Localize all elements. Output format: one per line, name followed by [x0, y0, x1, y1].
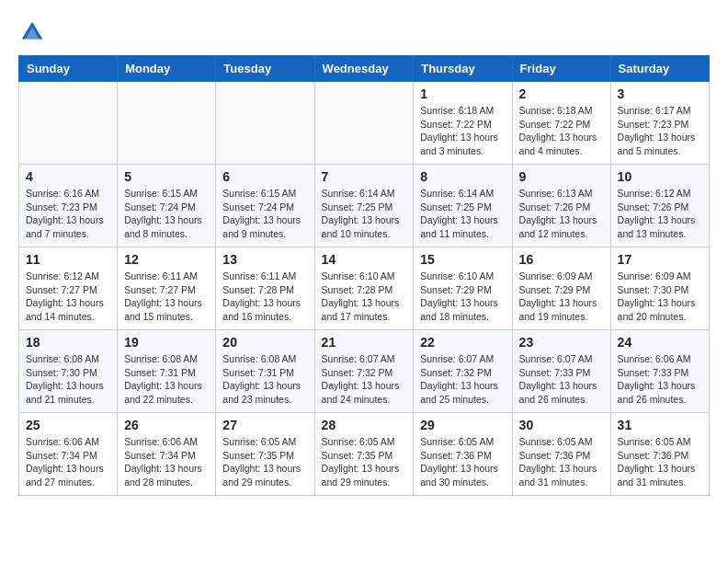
weekday-header-saturday: Saturday	[610, 56, 709, 82]
calendar-cell: 25Sunrise: 6:06 AM Sunset: 7:34 PM Dayli…	[19, 413, 118, 496]
calendar-cell: 27Sunrise: 6:05 AM Sunset: 7:35 PM Dayli…	[216, 413, 314, 496]
day-info: Sunrise: 6:10 AM Sunset: 7:29 PM Dayligh…	[420, 270, 505, 324]
day-info: Sunrise: 6:07 AM Sunset: 7:32 PM Dayligh…	[322, 352, 407, 407]
day-info: Sunrise: 6:05 AM Sunset: 7:36 PM Dayligh…	[618, 435, 702, 489]
day-number: 2	[519, 86, 604, 101]
weekday-header-thursday: Thursday	[414, 56, 512, 82]
calendar-cell: 30Sunrise: 6:05 AM Sunset: 7:36 PM Dayli…	[512, 413, 610, 496]
weekday-header-wednesday: Wednesday	[314, 56, 414, 82]
calendar-cell: 28Sunrise: 6:05 AM Sunset: 7:35 PM Dayli…	[314, 413, 414, 496]
day-info: Sunrise: 6:17 AM Sunset: 7:23 PM Dayligh…	[618, 104, 702, 158]
day-number: 16	[519, 252, 604, 267]
calendar-cell: 7Sunrise: 6:14 AM Sunset: 7:25 PM Daylig…	[314, 165, 414, 247]
day-info: Sunrise: 6:13 AM Sunset: 7:26 PM Dayligh…	[519, 187, 604, 241]
day-number: 9	[519, 169, 604, 184]
day-number: 6	[222, 169, 307, 184]
day-number: 3	[618, 86, 702, 101]
calendar-cell	[118, 82, 216, 165]
weekday-header-sunday: Sunday	[19, 56, 118, 82]
day-info: Sunrise: 6:11 AM Sunset: 7:27 PM Dayligh…	[124, 270, 209, 324]
page-header	[18, 18, 710, 46]
day-number: 17	[618, 252, 702, 267]
day-number: 31	[618, 418, 702, 432]
weekday-header-monday: Monday	[118, 56, 216, 82]
day-number: 29	[420, 418, 505, 432]
day-info: Sunrise: 6:18 AM Sunset: 7:22 PM Dayligh…	[519, 104, 604, 158]
day-info: Sunrise: 6:05 AM Sunset: 7:35 PM Dayligh…	[222, 435, 307, 489]
day-info: Sunrise: 6:11 AM Sunset: 7:28 PM Dayligh…	[222, 270, 307, 324]
calendar-cell	[314, 82, 414, 165]
logo	[18, 18, 50, 46]
calendar-cell: 5Sunrise: 6:15 AM Sunset: 7:24 PM Daylig…	[118, 165, 216, 247]
day-info: Sunrise: 6:14 AM Sunset: 7:25 PM Dayligh…	[322, 187, 407, 241]
calendar-cell: 31Sunrise: 6:05 AM Sunset: 7:36 PM Dayli…	[610, 413, 709, 496]
day-number: 24	[618, 335, 702, 350]
calendar-week-row: 18Sunrise: 6:08 AM Sunset: 7:30 PM Dayli…	[19, 330, 710, 413]
day-info: Sunrise: 6:08 AM Sunset: 7:31 PM Dayligh…	[222, 352, 307, 407]
calendar-cell: 11Sunrise: 6:12 AM Sunset: 7:27 PM Dayli…	[19, 247, 118, 330]
calendar-cell: 21Sunrise: 6:07 AM Sunset: 7:32 PM Dayli…	[314, 330, 414, 413]
day-info: Sunrise: 6:10 AM Sunset: 7:28 PM Dayligh…	[322, 270, 407, 324]
calendar-cell: 3Sunrise: 6:17 AM Sunset: 7:23 PM Daylig…	[610, 82, 709, 165]
day-info: Sunrise: 6:15 AM Sunset: 7:24 PM Dayligh…	[222, 187, 307, 241]
day-info: Sunrise: 6:09 AM Sunset: 7:29 PM Dayligh…	[519, 270, 604, 324]
day-info: Sunrise: 6:08 AM Sunset: 7:31 PM Dayligh…	[124, 352, 209, 407]
day-number: 15	[420, 252, 505, 267]
calendar-cell: 17Sunrise: 6:09 AM Sunset: 7:30 PM Dayli…	[610, 247, 709, 330]
calendar-cell: 16Sunrise: 6:09 AM Sunset: 7:29 PM Dayli…	[512, 247, 610, 330]
day-info: Sunrise: 6:05 AM Sunset: 7:35 PM Dayligh…	[322, 435, 407, 489]
day-info: Sunrise: 6:12 AM Sunset: 7:26 PM Dayligh…	[618, 187, 702, 241]
day-info: Sunrise: 6:15 AM Sunset: 7:24 PM Dayligh…	[124, 187, 209, 241]
calendar-cell: 14Sunrise: 6:10 AM Sunset: 7:28 PM Dayli…	[314, 247, 414, 330]
day-info: Sunrise: 6:08 AM Sunset: 7:30 PM Dayligh…	[26, 352, 110, 407]
calendar-cell	[216, 82, 314, 165]
day-number: 13	[222, 252, 307, 267]
day-number: 25	[26, 418, 110, 432]
weekday-header-row: SundayMondayTuesdayWednesdayThursdayFrid…	[19, 56, 710, 82]
day-number: 20	[222, 335, 307, 350]
day-number: 14	[322, 252, 407, 267]
calendar-cell: 4Sunrise: 6:16 AM Sunset: 7:23 PM Daylig…	[19, 165, 118, 247]
day-number: 10	[618, 169, 702, 184]
calendar-cell: 23Sunrise: 6:07 AM Sunset: 7:33 PM Dayli…	[512, 330, 610, 413]
calendar-cell: 8Sunrise: 6:14 AM Sunset: 7:25 PM Daylig…	[414, 165, 512, 247]
calendar-cell: 18Sunrise: 6:08 AM Sunset: 7:30 PM Dayli…	[19, 330, 118, 413]
day-number: 4	[26, 169, 110, 184]
calendar-cell: 13Sunrise: 6:11 AM Sunset: 7:28 PM Dayli…	[216, 247, 314, 330]
day-number: 7	[322, 169, 407, 184]
day-info: Sunrise: 6:07 AM Sunset: 7:33 PM Dayligh…	[519, 352, 604, 407]
day-number: 8	[420, 169, 505, 184]
day-number: 11	[26, 252, 110, 267]
day-number: 21	[322, 335, 407, 350]
logo-icon	[18, 18, 46, 46]
calendar-week-row: 11Sunrise: 6:12 AM Sunset: 7:27 PM Dayli…	[19, 247, 710, 330]
weekday-header-friday: Friday	[512, 56, 610, 82]
calendar-cell	[19, 82, 118, 165]
calendar-cell: 19Sunrise: 6:08 AM Sunset: 7:31 PM Dayli…	[118, 330, 216, 413]
day-info: Sunrise: 6:18 AM Sunset: 7:22 PM Dayligh…	[420, 104, 505, 158]
calendar-cell: 15Sunrise: 6:10 AM Sunset: 7:29 PM Dayli…	[414, 247, 512, 330]
calendar-cell: 2Sunrise: 6:18 AM Sunset: 7:22 PM Daylig…	[512, 82, 610, 165]
day-info: Sunrise: 6:06 AM Sunset: 7:33 PM Dayligh…	[618, 352, 702, 407]
calendar-cell: 12Sunrise: 6:11 AM Sunset: 7:27 PM Dayli…	[118, 247, 216, 330]
day-info: Sunrise: 6:05 AM Sunset: 7:36 PM Dayligh…	[519, 435, 604, 489]
day-number: 30	[519, 418, 604, 432]
day-info: Sunrise: 6:06 AM Sunset: 7:34 PM Dayligh…	[124, 435, 209, 489]
day-info: Sunrise: 6:16 AM Sunset: 7:23 PM Dayligh…	[26, 187, 110, 241]
day-number: 19	[124, 335, 209, 350]
day-number: 1	[420, 86, 505, 101]
day-number: 23	[519, 335, 604, 350]
calendar-week-row: 4Sunrise: 6:16 AM Sunset: 7:23 PM Daylig…	[19, 165, 710, 247]
calendar-cell: 29Sunrise: 6:05 AM Sunset: 7:36 PM Dayli…	[414, 413, 512, 496]
day-info: Sunrise: 6:05 AM Sunset: 7:36 PM Dayligh…	[420, 435, 505, 489]
weekday-header-tuesday: Tuesday	[216, 56, 314, 82]
calendar-cell: 24Sunrise: 6:06 AM Sunset: 7:33 PM Dayli…	[610, 330, 709, 413]
day-number: 27	[222, 418, 307, 432]
day-number: 28	[322, 418, 407, 432]
day-info: Sunrise: 6:07 AM Sunset: 7:32 PM Dayligh…	[420, 352, 505, 407]
day-info: Sunrise: 6:12 AM Sunset: 7:27 PM Dayligh…	[26, 270, 110, 324]
day-info: Sunrise: 6:06 AM Sunset: 7:34 PM Dayligh…	[26, 435, 110, 489]
calendar-cell: 10Sunrise: 6:12 AM Sunset: 7:26 PM Dayli…	[610, 165, 709, 247]
calendar-week-row: 25Sunrise: 6:06 AM Sunset: 7:34 PM Dayli…	[19, 413, 710, 496]
calendar-week-row: 1Sunrise: 6:18 AM Sunset: 7:22 PM Daylig…	[19, 82, 710, 165]
